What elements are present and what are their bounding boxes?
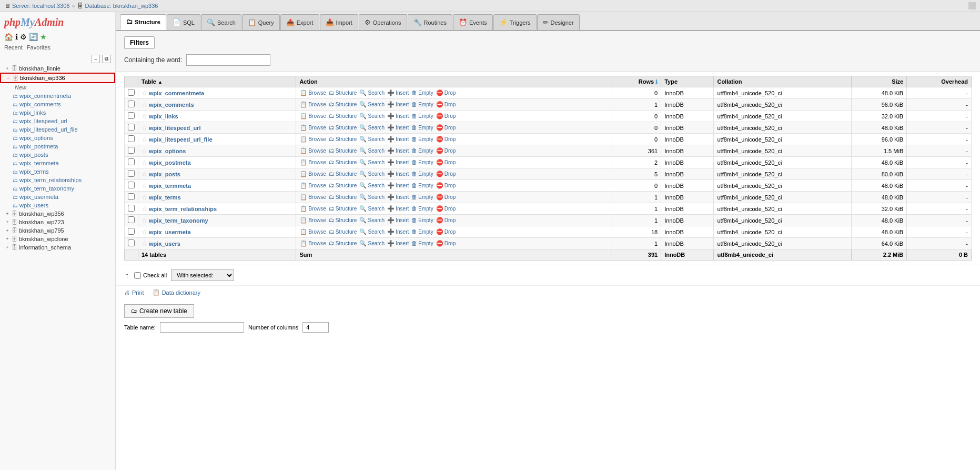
up-arrow-btn[interactable]: ↑ bbox=[124, 270, 130, 281]
insert-btn-0[interactable]: ➕Insert bbox=[387, 89, 409, 96]
tab-query[interactable]: 📋Query bbox=[242, 14, 280, 30]
tab-operations[interactable]: ⚙Operations bbox=[359, 14, 407, 30]
drop-btn-13[interactable]: ⛔Drop bbox=[436, 240, 456, 247]
insert-btn-10[interactable]: ➕Insert bbox=[387, 205, 409, 212]
sidebar-table-wpix_comments[interactable]: 🗂wpix_comments bbox=[0, 100, 115, 108]
insert-btn-4[interactable]: ➕Insert bbox=[387, 136, 409, 143]
rows-info-icon[interactable]: ℹ bbox=[655, 79, 658, 85]
with-selected-select[interactable]: With selected:DropEmptyExportAnalyze tab… bbox=[171, 269, 234, 281]
empty-btn-4[interactable]: 🗑Empty bbox=[411, 136, 433, 142]
empty-btn-12[interactable]: 🗑Empty bbox=[411, 228, 433, 235]
table-name-link-3[interactable]: wpix_litespeed_url bbox=[149, 125, 200, 131]
row-checkbox-2[interactable] bbox=[128, 112, 135, 119]
settings-icon[interactable]: ⚙ bbox=[20, 33, 27, 41]
db-item-bknskhan_wpclone[interactable]: +🗄bknskhan_wpclone bbox=[0, 235, 115, 243]
structure-btn-6[interactable]: 🗂Structure bbox=[329, 159, 357, 165]
th-table[interactable]: Table ▲ bbox=[138, 76, 296, 87]
row-checkbox-6[interactable] bbox=[128, 158, 135, 165]
table-name-link-6[interactable]: wpix_postmeta bbox=[149, 159, 190, 166]
drop-btn-9[interactable]: ⛔Drop bbox=[436, 194, 456, 201]
expand-all-btn[interactable]: ⧉ bbox=[102, 55, 111, 63]
star-icon-12[interactable]: ☆ bbox=[142, 228, 147, 236]
insert-btn-3[interactable]: ➕Insert bbox=[387, 124, 409, 131]
browse-btn-10[interactable]: 📋Browse bbox=[300, 205, 326, 212]
empty-btn-0[interactable]: 🗑Empty bbox=[411, 89, 433, 96]
browse-btn-2[interactable]: 📋Browse bbox=[300, 113, 326, 119]
search-btn-7[interactable]: 🔍Search bbox=[359, 171, 385, 177]
browse-btn-12[interactable]: 📋Browse bbox=[300, 228, 326, 235]
empty-btn-5[interactable]: 🗑Empty bbox=[411, 147, 433, 154]
structure-btn-4[interactable]: 🗂Structure bbox=[329, 136, 357, 142]
table-name-link-8[interactable]: wpix_termmeta bbox=[149, 183, 191, 189]
tab-sql[interactable]: 📄SQL bbox=[167, 14, 200, 30]
drop-btn-2[interactable]: ⛔Drop bbox=[436, 113, 456, 119]
browse-btn-3[interactable]: 📋Browse bbox=[300, 124, 326, 131]
empty-btn-7[interactable]: 🗑Empty bbox=[411, 171, 433, 177]
structure-btn-7[interactable]: 🗂Structure bbox=[329, 171, 357, 177]
new-table-sidebar[interactable]: New bbox=[0, 83, 115, 92]
table-name-link-5[interactable]: wpix_options bbox=[149, 148, 186, 154]
star-icon-3[interactable]: ☆ bbox=[142, 124, 147, 132]
search-btn-2[interactable]: 🔍Search bbox=[359, 113, 385, 119]
new-table-name-input[interactable] bbox=[160, 322, 244, 333]
tab-events[interactable]: ⏰Events bbox=[453, 14, 493, 30]
empty-btn-6[interactable]: 🗑Empty bbox=[411, 159, 433, 165]
table-name-link-2[interactable]: wpix_links bbox=[149, 113, 178, 119]
row-checkbox-4[interactable] bbox=[128, 135, 135, 142]
search-btn-11[interactable]: 🔍Search bbox=[359, 217, 385, 224]
database-label[interactable]: Database: bknskhan_wp336 bbox=[85, 3, 158, 9]
insert-btn-13[interactable]: ➕Insert bbox=[387, 240, 409, 247]
table-name-link-4[interactable]: wpix_litespeed_url_file bbox=[149, 136, 212, 143]
structure-btn-12[interactable]: 🗂Structure bbox=[329, 228, 357, 235]
drop-btn-7[interactable]: ⛔Drop bbox=[436, 171, 456, 177]
row-checkbox-5[interactable] bbox=[128, 147, 135, 154]
insert-btn-1[interactable]: ➕Insert bbox=[387, 101, 409, 108]
row-checkbox-12[interactable] bbox=[128, 228, 135, 235]
structure-btn-9[interactable]: 🗂Structure bbox=[329, 194, 357, 200]
check-all-label[interactable]: Check all bbox=[134, 272, 167, 279]
structure-btn-2[interactable]: 🗂Structure bbox=[329, 113, 357, 119]
print-link[interactable]: 🖨 Print bbox=[124, 289, 144, 296]
search-btn-6[interactable]: 🔍Search bbox=[359, 159, 385, 166]
empty-btn-13[interactable]: 🗑Empty bbox=[411, 240, 433, 246]
search-btn-8[interactable]: 🔍Search bbox=[359, 182, 385, 189]
search-btn-12[interactable]: 🔍Search bbox=[359, 228, 385, 235]
table-name-link-11[interactable]: wpix_term_taxonomy bbox=[149, 217, 208, 224]
star-icon-8[interactable]: ☆ bbox=[142, 182, 147, 189]
search-btn-5[interactable]: 🔍Search bbox=[359, 147, 385, 154]
empty-btn-11[interactable]: 🗑Empty bbox=[411, 217, 433, 223]
structure-btn-0[interactable]: 🗂Structure bbox=[329, 89, 357, 96]
db-item-bknskhan_wp795[interactable]: +🗄bknskhan_wp795 bbox=[0, 226, 115, 235]
table-name-link-10[interactable]: wpix_term_relationships bbox=[149, 206, 217, 212]
row-checkbox-0[interactable] bbox=[128, 89, 135, 96]
tab-search[interactable]: 🔍Search bbox=[201, 14, 241, 30]
browse-btn-8[interactable]: 📋Browse bbox=[300, 182, 326, 189]
insert-btn-5[interactable]: ➕Insert bbox=[387, 147, 409, 154]
star-icon-6[interactable]: ☆ bbox=[142, 159, 147, 166]
sidebar-table-wpix_termmeta[interactable]: 🗂wpix_termmeta bbox=[0, 159, 115, 167]
browse-btn-4[interactable]: 📋Browse bbox=[300, 136, 326, 143]
sidebar-table-wpix_litespeed_url[interactable]: 🗂wpix_litespeed_url bbox=[0, 117, 115, 125]
drop-btn-4[interactable]: ⛔Drop bbox=[436, 136, 456, 143]
insert-btn-6[interactable]: ➕Insert bbox=[387, 159, 409, 166]
table-name-link-13[interactable]: wpix_users bbox=[149, 241, 180, 247]
structure-btn-13[interactable]: 🗂Structure bbox=[329, 240, 357, 246]
star-icon-5[interactable]: ☆ bbox=[142, 147, 147, 155]
structure-btn-10[interactable]: 🗂Structure bbox=[329, 205, 357, 212]
favorites-btn[interactable]: Favorites bbox=[27, 44, 50, 51]
tab-triggers[interactable]: ⚡Triggers bbox=[493, 14, 537, 30]
drop-btn-10[interactable]: ⛔Drop bbox=[436, 205, 456, 212]
browse-btn-11[interactable]: 📋Browse bbox=[300, 217, 326, 224]
info-icon[interactable]: ℹ bbox=[15, 33, 18, 41]
browse-btn-1[interactable]: 📋Browse bbox=[300, 101, 326, 108]
empty-btn-8[interactable]: 🗑Empty bbox=[411, 182, 433, 188]
empty-btn-9[interactable]: 🗑Empty bbox=[411, 194, 433, 200]
structure-btn-11[interactable]: 🗂Structure bbox=[329, 217, 357, 223]
sidebar-table-wpix_users[interactable]: 🗂wpix_users bbox=[0, 201, 115, 209]
table-name-link-0[interactable]: wpix_commentmeta bbox=[149, 90, 204, 96]
browse-btn-6[interactable]: 📋Browse bbox=[300, 159, 326, 166]
sidebar-table-wpix_usermeta[interactable]: 🗂wpix_usermeta bbox=[0, 193, 115, 201]
data-dict-link[interactable]: 📋 Data dictionary bbox=[153, 289, 200, 296]
tab-structure[interactable]: 🗂Structure bbox=[120, 14, 166, 30]
db-item-linnie[interactable]: + 🗄 bknskhan_linnie bbox=[0, 64, 115, 73]
